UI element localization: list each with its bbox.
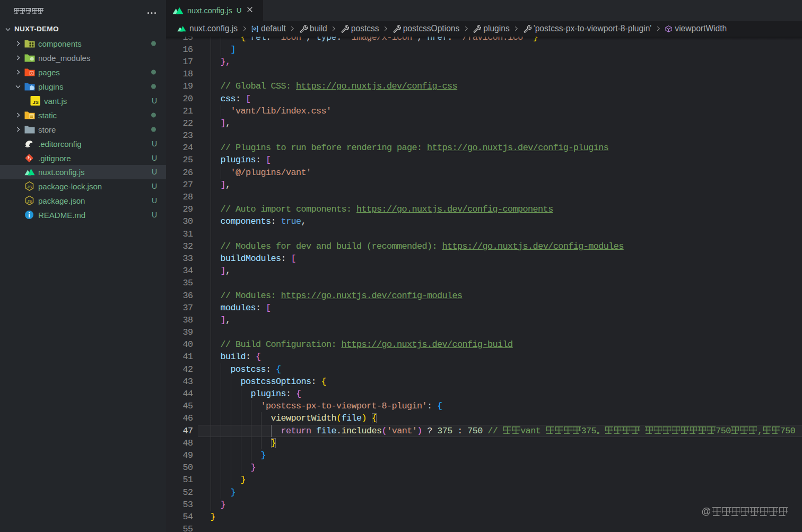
- svg-text:JS: JS: [27, 185, 32, 189]
- svg-text:JS: JS: [32, 99, 39, 105]
- svg-text:JS: JS: [27, 199, 32, 204]
